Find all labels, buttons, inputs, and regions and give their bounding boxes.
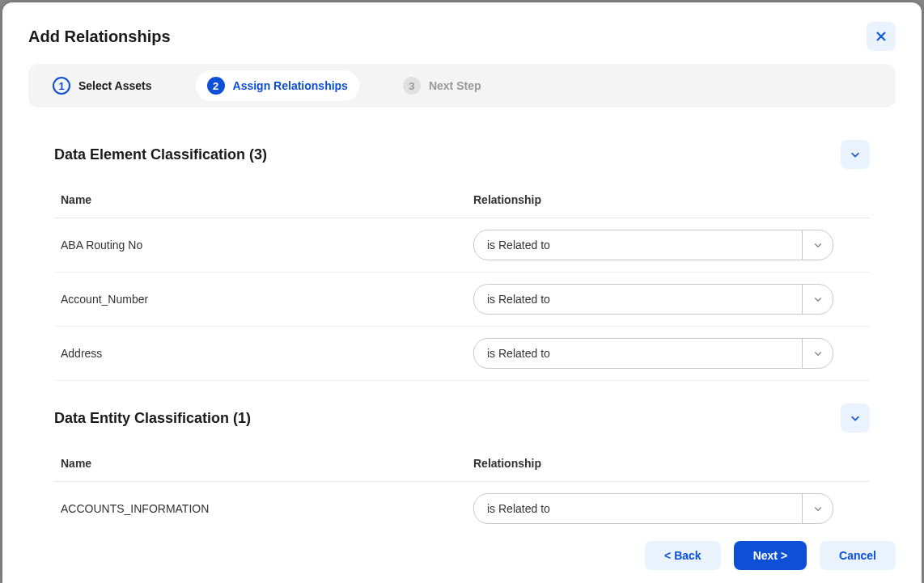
table-row: Account_Number is Related to bbox=[54, 272, 870, 327]
select-value: is Related to bbox=[474, 494, 802, 523]
row-relationship: is Related to bbox=[473, 338, 863, 369]
chevron-down-icon bbox=[813, 240, 823, 250]
select-arrow bbox=[802, 339, 833, 368]
section-header-data-entity: Data Entity Classification (1) bbox=[54, 403, 870, 433]
select-arrow bbox=[802, 494, 833, 523]
select-arrow bbox=[802, 230, 833, 260]
back-button[interactable]: < Back bbox=[645, 541, 721, 570]
next-button[interactable]: Next > bbox=[734, 541, 807, 570]
cancel-button[interactable]: Cancel bbox=[820, 541, 896, 570]
close-icon bbox=[875, 30, 888, 43]
chevron-down-icon bbox=[850, 412, 861, 424]
relationship-select[interactable]: is Related to bbox=[473, 338, 833, 369]
step-select-assets[interactable]: 1 Select Assets bbox=[41, 70, 163, 101]
column-header-relationship: Relationship bbox=[473, 457, 863, 470]
select-value: is Related to bbox=[474, 230, 802, 260]
row-name: Address bbox=[61, 347, 473, 360]
close-button[interactable] bbox=[867, 22, 896, 51]
step-number: 1 bbox=[53, 77, 70, 95]
row-relationship: is Related to bbox=[473, 493, 863, 524]
wizard-stepper: 1 Select Assets 2 Assign Relationships 3… bbox=[28, 64, 896, 108]
chevron-down-icon bbox=[813, 504, 823, 513]
step-number: 3 bbox=[403, 77, 421, 95]
row-name: ABA Routing No bbox=[61, 239, 473, 251]
select-value: is Related to bbox=[474, 339, 802, 368]
step-number: 2 bbox=[207, 77, 225, 95]
modal-title: Add Relationships bbox=[28, 27, 171, 46]
chevron-down-icon bbox=[813, 349, 823, 358]
section-title: Data Element Classification (3) bbox=[54, 146, 267, 163]
section-title: Data Entity Classification (1) bbox=[54, 410, 251, 427]
column-header-name: Name bbox=[61, 457, 473, 470]
modal-header: Add Relationships bbox=[2, 2, 922, 64]
row-name: ACCOUNTS_INFORMATION bbox=[61, 502, 473, 515]
relationship-select[interactable]: is Related to bbox=[473, 230, 833, 260]
add-relationships-modal: Add Relationships 1 Select Assets 2 Assi… bbox=[2, 2, 922, 583]
relationship-select[interactable]: is Related to bbox=[473, 284, 833, 315]
modal-footer: < Back Next > Cancel bbox=[2, 525, 922, 583]
step-label: Next Step bbox=[429, 79, 481, 92]
table-header: Name Relationship bbox=[54, 182, 870, 218]
table-header: Name Relationship bbox=[54, 446, 870, 482]
row-name: Account_Number bbox=[61, 293, 473, 306]
modal-content: Data Element Classification (3) Name Rel… bbox=[2, 127, 922, 525]
section-header-data-element: Data Element Classification (3) bbox=[54, 140, 870, 169]
table-row: ACCOUNTS_INFORMATION is Related to bbox=[54, 482, 870, 525]
chevron-down-icon bbox=[813, 294, 823, 304]
column-header-name: Name bbox=[61, 193, 473, 206]
select-arrow bbox=[802, 285, 833, 314]
step-assign-relationships[interactable]: 2 Assign Relationships bbox=[196, 70, 359, 101]
chevron-down-icon bbox=[850, 149, 861, 160]
collapse-button[interactable] bbox=[841, 403, 870, 433]
row-relationship: is Related to bbox=[473, 284, 863, 315]
table-row: ABA Routing No is Related to bbox=[54, 218, 870, 272]
row-relationship: is Related to bbox=[473, 230, 863, 260]
column-header-relationship: Relationship bbox=[473, 193, 863, 206]
step-label: Select Assets bbox=[78, 79, 152, 92]
step-label: Assign Relationships bbox=[233, 79, 348, 92]
collapse-button[interactable] bbox=[841, 140, 870, 169]
table-row: Address is Related to bbox=[54, 327, 870, 381]
relationship-select[interactable]: is Related to bbox=[473, 493, 833, 524]
step-next-step[interactable]: 3 Next Step bbox=[392, 70, 493, 101]
select-value: is Related to bbox=[474, 285, 802, 314]
